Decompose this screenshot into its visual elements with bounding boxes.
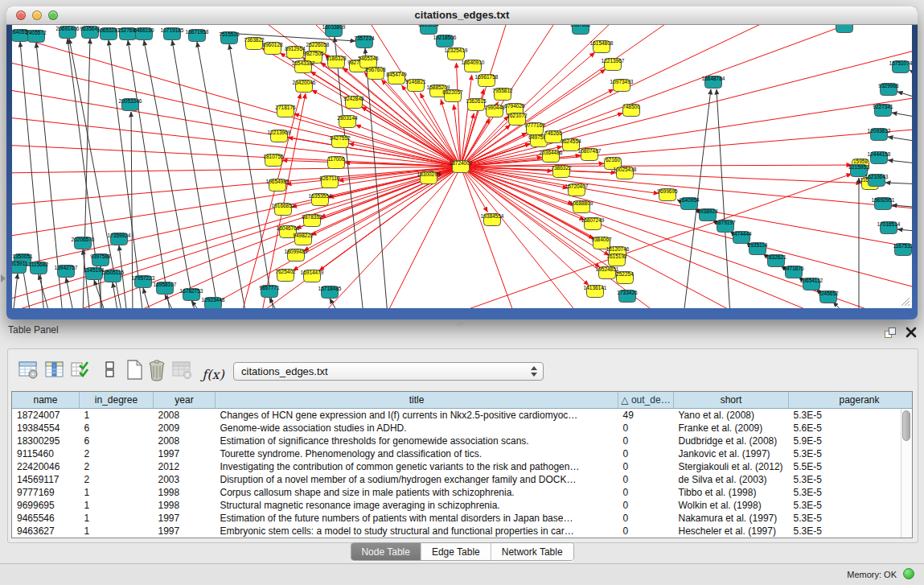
splitter-handle[interactable] bbox=[455, 319, 465, 327]
network-node-label: 9827505 bbox=[303, 51, 324, 56]
network-node-label: 8878352 bbox=[302, 214, 322, 220]
network-node-label: 9397588 bbox=[90, 253, 111, 259]
network-node-label: 6822057 bbox=[442, 89, 463, 95]
network-node-label: 9699695 bbox=[657, 188, 678, 194]
network-node-label: 9777169 bbox=[524, 122, 545, 128]
select-rows-check-icon[interactable] bbox=[69, 359, 93, 383]
network-node-label: 117006 bbox=[327, 156, 345, 162]
network-node-label: 2935114 bbox=[748, 242, 768, 248]
table-cell: 5.3E-5 bbox=[789, 486, 914, 499]
table-source-select[interactable]: citations_edges.txt bbox=[233, 362, 544, 381]
network-node-label: 13942757 bbox=[55, 265, 78, 270]
close-panel-button[interactable] bbox=[904, 327, 918, 340]
tab-node-table[interactable]: Node Table bbox=[351, 543, 421, 560]
show-columns-icon[interactable] bbox=[43, 359, 68, 383]
tab-network-table[interactable]: Network Table bbox=[491, 543, 573, 560]
network-node[interactable] bbox=[836, 25, 853, 33]
table-cell: 2 bbox=[80, 460, 154, 473]
table-cell: Jankovic et al. (1997) bbox=[674, 447, 789, 460]
table-row[interactable]: 911546021997Tourette syndrome. Phenomeno… bbox=[12, 447, 913, 460]
network-node-label: 62160 bbox=[606, 157, 620, 163]
table-row[interactable]: 1938455462009Genome-wide association stu… bbox=[12, 422, 913, 435]
table-cell: Changes of HCN gene expression and I(f) … bbox=[216, 409, 618, 422]
table-row[interactable]: 946554611997Estimation of the future num… bbox=[12, 512, 913, 525]
network-node-label: 12923448 bbox=[202, 297, 225, 303]
table-row[interactable]: 1456911722003Disruption of a novel membe… bbox=[12, 473, 913, 486]
network-node-label: 6879197 bbox=[715, 220, 736, 225]
table-options-icon[interactable] bbox=[17, 359, 41, 383]
table-row[interactable]: 1872400712008Changes of HCN gene express… bbox=[12, 409, 913, 422]
table-cell: 5.3E-5 bbox=[789, 473, 914, 486]
table-cell: Wolkin et al. (1998) bbox=[674, 499, 789, 512]
table-cell: 2012 bbox=[154, 460, 216, 473]
table-cell: 9777169 bbox=[12, 486, 80, 499]
network-node-label: 1115682 bbox=[29, 262, 49, 267]
network-node-label: 16543382 bbox=[292, 60, 315, 66]
table-row[interactable]: 977716911998Corpus callosum shape and si… bbox=[12, 486, 913, 499]
network-node-label: 12213969 bbox=[268, 130, 291, 135]
float-panel-button[interactable] bbox=[883, 327, 897, 340]
network-node-label: 20206576 bbox=[72, 237, 95, 242]
table-tabs: Node TableEdge TableNetwork Table bbox=[350, 542, 573, 561]
column-header[interactable]: short bbox=[674, 392, 789, 409]
network-node-label: 16046766 bbox=[277, 225, 300, 231]
network-node-label: 10025438 bbox=[614, 167, 637, 172]
delete-trash-icon[interactable] bbox=[146, 359, 170, 383]
table-cell: 9115460 bbox=[12, 447, 80, 460]
new-document-icon[interactable] bbox=[122, 359, 146, 383]
table-cell: Hescheler et al. (1997) bbox=[674, 525, 789, 538]
tab-edge-table[interactable]: Edge Table bbox=[421, 543, 491, 560]
network-node-label: 15720407 bbox=[565, 183, 589, 189]
table-cell: Investigating the contribution of common… bbox=[216, 460, 618, 473]
network-node-label: 8427552 bbox=[330, 135, 351, 141]
table-scrollbar-thumb[interactable] bbox=[902, 410, 910, 441]
network-node-label: 16033809 bbox=[322, 25, 346, 30]
network-canvas[interactable]: 7363822896012889129542522605898275051654… bbox=[12, 25, 912, 308]
network-node-label: 16210643 bbox=[865, 174, 889, 179]
network-node-label: 7515526 bbox=[219, 31, 240, 37]
network-node-label: 12325419 bbox=[445, 47, 468, 53]
column-header[interactable]: in_degree bbox=[80, 392, 154, 409]
network-viewport: 7363822896012889129542522605898275051654… bbox=[12, 25, 912, 308]
network-node-label: 1733426 bbox=[617, 290, 638, 295]
table-cell: 1 bbox=[80, 499, 154, 512]
panel-collapse-arrow-icon[interactable] bbox=[1, 274, 6, 282]
window-titlebar[interactable]: citations_edges.txt bbox=[6, 6, 918, 25]
table-cell: 1 bbox=[80, 525, 154, 538]
table-scrollbar[interactable] bbox=[901, 409, 912, 538]
function-builder-icon[interactable]: ƒ(x) bbox=[199, 362, 227, 386]
table-cell: Estimation of significance thresholds fo… bbox=[216, 435, 618, 447]
table-cell: de Silva et al. (2003) bbox=[674, 473, 789, 486]
resize-grip-icon[interactable] bbox=[899, 297, 910, 307]
column-header[interactable]: △ out_de… bbox=[618, 392, 674, 409]
network-node-label: 16648784 bbox=[702, 76, 725, 81]
status-bar: Memory: OK bbox=[0, 563, 924, 585]
table-cell: Corpus callosum shape and size in male p… bbox=[216, 486, 618, 499]
network-node-label: 2803144 bbox=[337, 115, 358, 121]
row-boxes-icon[interactable] bbox=[98, 359, 122, 383]
table-cell: 1 bbox=[80, 409, 154, 422]
table-cell: 9463627 bbox=[12, 525, 80, 538]
memory-indicator[interactable] bbox=[903, 568, 914, 579]
column-header[interactable]: title bbox=[216, 392, 618, 409]
table-cell: 6 bbox=[80, 422, 154, 435]
table-cell: 0 bbox=[618, 525, 674, 538]
network-node-label: 8454749 bbox=[386, 72, 407, 77]
table-row[interactable]: 1830029562008Estimation of significance … bbox=[12, 435, 913, 447]
column-header[interactable]: pagerank bbox=[789, 392, 914, 409]
network-node-label: 19218506 bbox=[433, 35, 457, 40]
table-row[interactable]: 2242004622012Investigating the contribut… bbox=[12, 460, 913, 473]
network-node-label: 16961758 bbox=[475, 74, 499, 80]
table-cell: Structural magnetic resonance image aver… bbox=[216, 499, 618, 512]
table-row[interactable]: 946362711997Embryonic stem cells: a mode… bbox=[12, 525, 913, 538]
column-header[interactable]: year bbox=[154, 392, 216, 409]
table-cell: 0 bbox=[618, 447, 674, 460]
table-cell: Disruption of a novel member of a sodium… bbox=[216, 473, 618, 486]
network-node-label: 1362615 bbox=[466, 98, 487, 104]
network-node-label: 9329966 bbox=[878, 83, 899, 89]
column-header[interactable]: name bbox=[12, 392, 80, 409]
table-row[interactable]: 969969511998Structural magnetic resonanc… bbox=[12, 499, 913, 512]
network-node-label: 8813054 bbox=[418, 25, 439, 27]
network-node-label: 5465346 bbox=[358, 56, 379, 61]
import-table-disabled-icon bbox=[170, 359, 195, 383]
